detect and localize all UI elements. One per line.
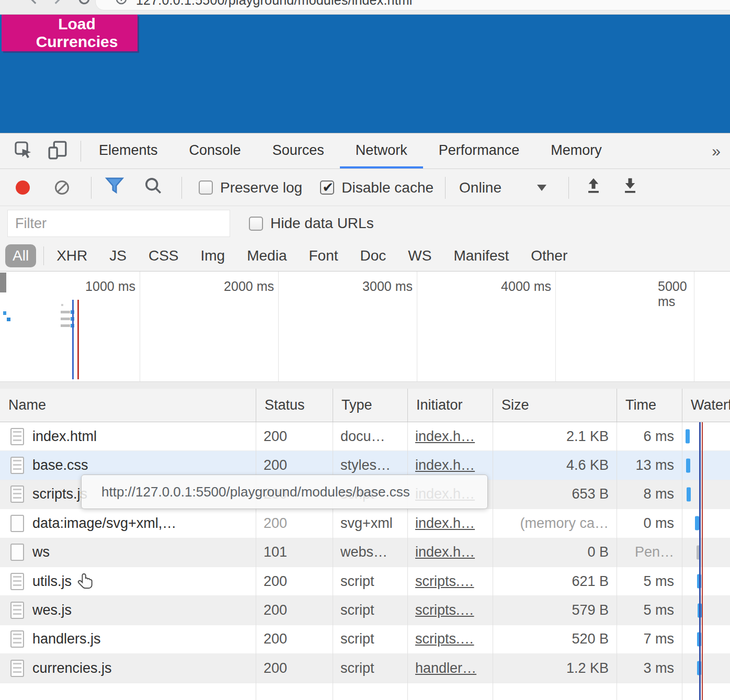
overview-divider [0,381,730,389]
file-icon [10,544,24,561]
overview-gridline [694,272,694,381]
hide-data-urls-label: Hide data URLs [270,215,374,232]
file-icon [10,573,24,590]
network-toolbar: Preserve log Disable cache Online [0,170,730,206]
requests-table-header: Name Status Type Initiator Size Time Wat… [0,389,730,422]
table-row[interactable]: wes.js 200 script scripts.… 579 B 5 ms [0,596,730,625]
disable-cache-label: Disable cache [341,179,434,196]
preserve-log-checkbox[interactable] [199,180,213,195]
devtools-tab-bar: ElementsConsoleSourcesNetworkPerformance… [0,134,730,169]
forward-icon[interactable] [50,0,64,8]
tab-elements[interactable]: Elements [83,134,174,168]
initiator-link[interactable]: handler… [415,660,476,676]
table-row[interactable]: currencies.js 200 script handler… 1.2 KB… [0,654,730,683]
tab-performance[interactable]: Performance [423,134,535,168]
filter-icon[interactable] [105,176,124,199]
type-filter-xhr[interactable]: XHR [49,244,95,267]
type-filter-all[interactable]: All [5,244,36,267]
tab-console[interactable]: Console [174,134,257,168]
initiator-link[interactable]: index.h… [415,544,475,560]
initiator-link[interactable]: index.h… [415,457,475,473]
back-icon[interactable] [27,0,41,8]
type-filter-media[interactable]: Media [239,244,294,267]
url-tooltip: http://127.0.0.1:5500/playground/modules… [81,475,488,509]
divider [181,177,182,199]
filter-row: Hide data URLs [0,207,730,240]
table-row[interactable]: index.html 200 docu… index.h… 2.1 KB 6 m… [0,422,730,451]
throttling-select[interactable]: Online [459,179,501,196]
overview-gridline [417,272,417,381]
column-header-size[interactable]: Size [493,389,617,422]
table-row[interactable]: ws 101 webs… index.h… 0 B Pen… [0,538,730,567]
reload-icon[interactable] [77,0,91,8]
overview-activity-mark [61,304,63,306]
devtools-panel: ElementsConsoleSourcesNetworkPerformance… [0,133,730,700]
network-overview[interactable]: 1000 ms2000 ms3000 ms4000 ms5000 ms [0,272,730,381]
search-icon[interactable] [144,176,163,199]
record-button[interactable] [16,180,30,195]
column-divider [256,422,256,700]
file-icon [10,428,24,445]
waterfall-bar [687,487,691,501]
divider [91,177,92,199]
column-divider [617,422,617,700]
column-header-type[interactable]: Type [333,389,408,422]
cursor-hand-icon [77,573,95,594]
disable-cache-checkbox[interactable] [320,180,334,195]
column-header-initiator[interactable]: Initiator [408,389,493,422]
overview-activity-mark [61,318,70,320]
tab-memory[interactable]: Memory [535,134,618,168]
load-event-line [702,422,703,700]
overview-activity-mark [61,311,70,313]
load-event-line [77,300,79,379]
file-icon [10,515,24,532]
url-text[interactable]: 127.0.0.1:5500/playground/modules/index.… [136,0,413,8]
table-row[interactable]: handlers.js 200 script scripts.… 520 B 7… [0,625,730,654]
export-har-icon[interactable] [621,177,639,198]
table-row[interactable]: data:image/svg+xml,… 200 svg+xml index.h… [0,509,730,538]
initiator-link[interactable]: scripts.… [415,631,474,647]
type-filter-manifest[interactable]: Manifest [446,244,516,267]
overview-gridline [278,272,279,381]
device-toolbar-icon[interactable] [47,140,68,163]
overview-activity-mark [3,311,6,315]
chevron-down-icon[interactable] [537,185,546,191]
file-icon [10,630,24,648]
divider [445,177,446,199]
load-currencies-button[interactable]: Load Currencies [2,15,138,51]
table-row[interactable]: utils.js 200 script scripts.… 621 B 5 ms [0,567,730,596]
import-har-icon[interactable] [585,177,602,198]
column-header-status[interactable]: Status [256,389,333,422]
type-filter-doc[interactable]: Doc [353,244,394,267]
type-filter-font[interactable]: Font [301,244,345,267]
column-divider [407,422,408,700]
type-filter-js[interactable]: JS [102,244,134,267]
overview-gridline [555,272,556,381]
dcl-event-line [72,300,74,379]
waterfall-bar [686,430,690,444]
overview-tick-label: 1000 ms [85,279,140,294]
tab-sources[interactable]: Sources [257,134,340,168]
type-filter-ws[interactable]: WS [401,244,439,267]
type-filter-css[interactable]: CSS [141,244,186,267]
column-header-time[interactable]: Time [617,389,682,422]
overview-activity-mark [7,318,10,321]
type-filter-other[interactable]: Other [523,244,575,267]
column-header-name[interactable]: Name [0,389,256,422]
site-info-icon[interactable] [115,0,128,7]
initiator-link[interactable]: scripts.… [415,573,474,590]
tab-network[interactable]: Network [340,134,423,168]
more-tabs-icon[interactable]: » [712,142,730,160]
overview-tick-label: 3000 ms [362,279,417,294]
filter-input[interactable] [7,210,230,237]
type-filter-img[interactable]: Img [193,244,233,267]
hide-data-urls-checkbox[interactable] [249,217,263,231]
initiator-link[interactable]: scripts.… [415,602,474,618]
column-header-waterfall[interactable]: Waterfall [682,389,730,422]
overview-handle[interactable] [0,273,6,292]
inspect-element-icon[interactable] [14,140,33,162]
initiator-link[interactable]: index.h… [415,428,475,445]
clear-icon[interactable] [55,180,69,195]
initiator-link[interactable]: index.h… [415,515,475,532]
page-content: Load Currencies [0,15,730,133]
